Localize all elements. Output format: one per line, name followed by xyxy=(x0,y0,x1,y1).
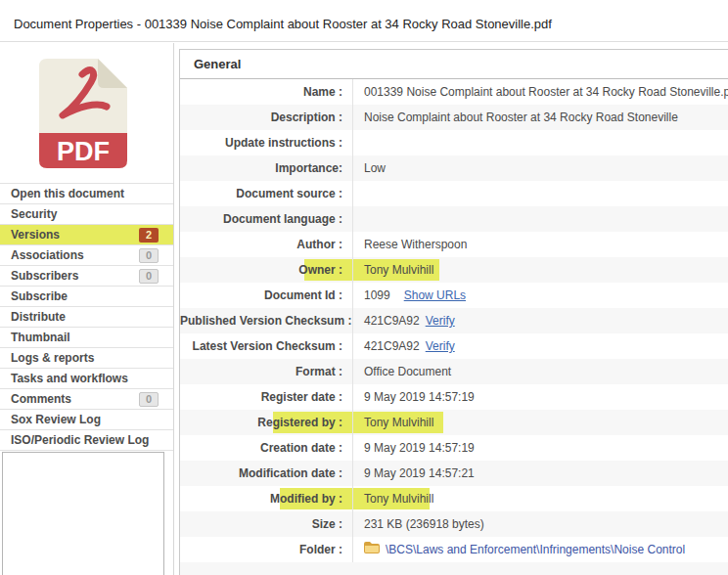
dialog-title: Document Properties - 001339 Noise Compl… xyxy=(14,17,552,31)
property-label: Document source : xyxy=(180,181,353,206)
property-value-text: Low xyxy=(364,155,386,181)
sidebar-item-subscribers[interactable]: Subscribers0 xyxy=(0,266,173,287)
sidebar-item-thumbnail[interactable]: Thumbnail xyxy=(0,328,173,348)
property-label: Register date : xyxy=(180,384,353,410)
property-label: Update instructions : xyxy=(180,130,353,155)
property-value: 9 May 2019 14:57:19 xyxy=(353,435,475,461)
property-label: Author : xyxy=(180,232,353,257)
sidebar-item-label: Logs & reports xyxy=(11,351,94,365)
verify-link[interactable]: Verify xyxy=(426,308,455,333)
property-label: Modified by : xyxy=(180,486,353,511)
property-label: Size : xyxy=(180,511,353,537)
verify-link[interactable]: Verify xyxy=(426,333,455,359)
pdf-file-icon: PDF xyxy=(39,59,127,168)
sidebar-item-tasks-and-workflows[interactable]: Tasks and workflows xyxy=(0,369,173,389)
count-badge: 0 xyxy=(139,392,159,407)
property-row: Document Id :1099Show URLs xyxy=(180,283,728,308)
property-row: Owner :Tony Mulvihill xyxy=(180,257,728,283)
property-value xyxy=(353,206,364,232)
property-label: Creation date : xyxy=(180,435,353,461)
property-label: Registered by : xyxy=(180,410,353,435)
sidebar-item-iso-periodic-review-log[interactable]: ISO/Periodic Review Log xyxy=(0,430,173,451)
sidebar-item-label: Subscribe xyxy=(11,289,68,303)
sidebar-item-label: Associations xyxy=(11,248,84,262)
table-filler-row xyxy=(180,562,728,575)
property-row: Creation date :9 May 2019 14:57:19 xyxy=(180,435,728,461)
property-label: Name : xyxy=(180,79,353,105)
property-value-text: 421C9A92 xyxy=(364,333,420,359)
sidebar: PDF Open this documentSecurityVersions2A… xyxy=(0,43,174,575)
property-row: Folder :\BCS\Laws and Enforcement\Infrin… xyxy=(180,537,728,562)
property-label: Document Id : xyxy=(180,283,353,308)
title-bar: Document Properties - 001339 Noise Compl… xyxy=(0,0,728,42)
property-value-text: Office Document xyxy=(364,359,451,384)
property-row: Name :001339 Noise Complaint about Roost… xyxy=(180,79,728,105)
property-label: Folder : xyxy=(180,537,353,562)
property-value: \BCS\Laws and Enforcement\Infringements\… xyxy=(353,537,685,562)
property-label: Format : xyxy=(180,359,353,384)
property-row: Modified by :Tony Mulvihill xyxy=(180,486,728,511)
svg-text:PDF: PDF xyxy=(57,137,110,166)
property-value: 231 KB (236918 bytes) xyxy=(353,511,484,537)
property-value-text: 421C9A92 xyxy=(364,308,420,333)
property-label: Latest Version Checksum : xyxy=(180,333,353,359)
sidebar-item-distribute[interactable]: Distribute xyxy=(0,307,173,328)
sidebar-item-sox-review-log[interactable]: Sox Review Log xyxy=(0,410,173,430)
folder-path-link[interactable]: \BCS\Laws and Enforcement\Infringements\… xyxy=(386,537,685,562)
sidebar-item-versions[interactable]: Versions2 xyxy=(0,225,173,245)
document-properties-dialog: { "window": { "title": "Document Propert… xyxy=(0,0,728,575)
property-label: Published Version Checksum : xyxy=(180,308,353,333)
sidebar-item-comments[interactable]: Comments0 xyxy=(0,389,173,410)
property-value-text: 9 May 2019 14:57:21 xyxy=(364,461,475,486)
property-value: 421C9A92Verify xyxy=(353,333,455,359)
sidebar-item-security[interactable]: Security xyxy=(0,204,173,225)
property-row: Registered by :Tony Mulvihill xyxy=(180,410,728,435)
property-row: Update instructions : xyxy=(180,130,728,155)
property-value xyxy=(353,181,364,206)
sidebar-item-label: Thumbnail xyxy=(11,331,70,344)
count-badge: 2 xyxy=(139,228,159,243)
folder-icon xyxy=(364,537,380,562)
property-value-text: 001339 Noise Complaint about Rooster at … xyxy=(364,79,728,105)
sidebar-item-label: Versions xyxy=(11,228,60,242)
sidebar-item-label: ISO/Periodic Review Log xyxy=(11,433,149,447)
property-value-text: Tony Mulvihill xyxy=(364,486,433,511)
property-label: Importance: xyxy=(180,155,353,181)
sidebar-item-subscribe[interactable]: Subscribe xyxy=(0,287,173,307)
sidebar-empty-panel xyxy=(2,452,164,575)
properties-table: Name :001339 Noise Complaint about Roost… xyxy=(180,79,728,562)
property-row: Author :Reese Witherspoon xyxy=(180,232,728,257)
property-value-text: Reese Witherspoon xyxy=(364,232,467,257)
sidebar-item-label: Comments xyxy=(11,392,71,406)
property-value: 421C9A92Verify xyxy=(353,308,455,333)
property-value: Tony Mulvihill xyxy=(353,257,433,283)
property-value-text: Tony Mulvihill xyxy=(364,257,433,283)
property-row: Importance:Low xyxy=(180,155,728,181)
property-row: Latest Version Checksum :421C9A92Verify xyxy=(180,333,728,359)
sidebar-item-associations[interactable]: Associations0 xyxy=(0,245,173,266)
sidebar-item-label: Tasks and workflows xyxy=(11,372,128,385)
property-value-text: 231 KB (236918 bytes) xyxy=(364,511,484,537)
sidebar-item-label: Distribute xyxy=(11,310,66,324)
property-row: Size :231 KB (236918 bytes) xyxy=(180,511,728,537)
property-row: Register date :9 May 2019 14:57:19 xyxy=(180,384,728,410)
property-label: Description : xyxy=(180,105,353,130)
property-value-text: Noise Complaint about Rooster at 34 Rock… xyxy=(364,105,678,130)
property-value: 9 May 2019 14:57:21 xyxy=(353,461,475,486)
property-value-text: 1099 xyxy=(364,283,390,308)
sidebar-item-logs-reports[interactable]: Logs & reports xyxy=(0,348,173,369)
property-value: Low xyxy=(353,155,386,181)
property-row: Document language : xyxy=(180,206,728,232)
count-badge: 0 xyxy=(139,269,159,284)
property-row: Description :Noise Complaint about Roost… xyxy=(180,105,728,130)
property-value-text: Tony Mulvihill xyxy=(364,410,433,435)
property-label: Owner : xyxy=(180,257,353,283)
sidebar-item-open-this-document[interactable]: Open this document xyxy=(0,184,173,204)
property-value: Tony Mulvihill xyxy=(353,486,433,511)
property-value xyxy=(353,130,364,155)
sidebar-item-label: Subscribers xyxy=(11,269,78,283)
property-value: Tony Mulvihill xyxy=(353,410,433,435)
show-urls-link[interactable]: Show URLs xyxy=(404,283,466,308)
property-label: Modification date : xyxy=(180,461,353,486)
property-value-text: 9 May 2019 14:57:19 xyxy=(364,435,475,461)
